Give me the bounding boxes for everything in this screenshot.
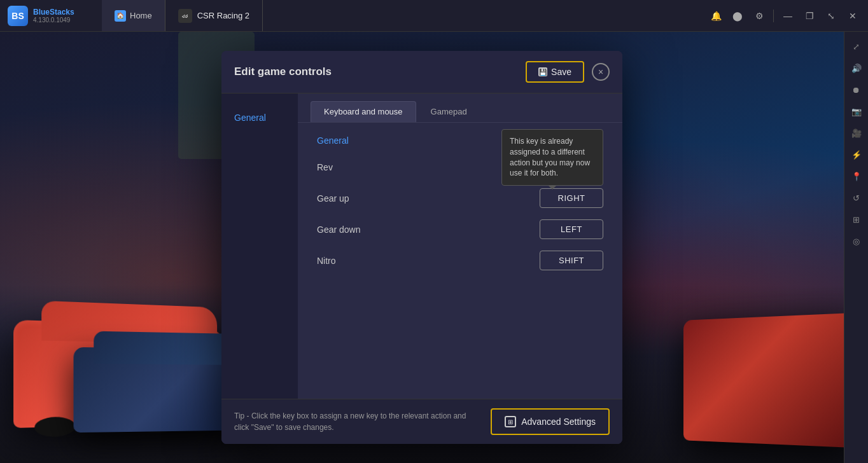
- control-row-nitro: Nitro SHIFT: [317, 251, 603, 270]
- sidebar-camera-button[interactable]: 📷: [847, 102, 866, 121]
- control-label-nitro: Nitro: [317, 256, 336, 266]
- dialog-title: Edit game controls: [234, 66, 332, 78]
- logo-icon: BS: [8, 6, 28, 26]
- game-icon: 🏎: [178, 9, 192, 23]
- sidebar-macro-button[interactable]: ⚡: [847, 145, 866, 164]
- tab-keyboard-mouse[interactable]: Keyboard and mouse: [311, 101, 416, 122]
- topbar-divider: [773, 10, 774, 22]
- control-row-gear-up: Gear up RIGHT: [317, 188, 603, 208]
- dialog-overlay: Edit game controls 💾 Save × General Keyb…: [0, 32, 844, 463]
- close-dialog-button[interactable]: ×: [592, 63, 610, 81]
- right-sidebar: ⤢ 🔊 ⏺ 📷 🎥 ⚡ 📍 ↺ ⊞ ◎: [844, 32, 868, 463]
- dialog-footer: Tip - Click the key box to assign a new …: [221, 399, 622, 444]
- sidebar-expand-button[interactable]: ⤢: [847, 37, 866, 56]
- dialog-header: Edit game controls 💾 Save ×: [221, 51, 622, 93]
- circle-button[interactable]: ⬤: [727, 6, 748, 26]
- home-icon: 🏠: [115, 10, 126, 22]
- advanced-settings-button[interactable]: ⊞ Advanced Settings: [491, 408, 610, 435]
- tab-game[interactable]: 🏎 CSR Racing 2: [165, 0, 263, 31]
- save-label: Save: [551, 67, 571, 77]
- sidebar-location-button[interactable]: 📍: [847, 167, 866, 186]
- settings-button[interactable]: ⚙: [749, 6, 769, 26]
- dialog-header-actions: 💾 Save ×: [526, 61, 610, 83]
- dialog-content: Keyboard and mouse Gamepad This key is a…: [298, 93, 622, 399]
- sidebar-refresh-button[interactable]: ↺: [847, 188, 866, 207]
- sidebar-target-button[interactable]: ◎: [847, 232, 866, 251]
- sidebar-record-button[interactable]: ⏺: [847, 80, 866, 99]
- sidebar-video-button[interactable]: 🎥: [847, 123, 866, 142]
- advanced-settings-label: Advanced Settings: [521, 417, 596, 427]
- logo-area: BS BlueStacks 4.130.0.1049: [0, 6, 102, 26]
- topbar-actions: 🔔 ⬤ ⚙ — ❐ ⤡ ✕: [701, 6, 868, 26]
- tooltip-box: This key is already assigned to a differ…: [501, 129, 603, 186]
- dialog-sidebar: General: [221, 93, 298, 399]
- sidebar-volume-button[interactable]: 🔊: [847, 59, 866, 78]
- restore-button[interactable]: ❐: [799, 6, 820, 26]
- tab-home[interactable]: 🏠 Home: [102, 0, 165, 31]
- advanced-settings-icon: ⊞: [505, 416, 516, 427]
- logo-name: BlueStacks: [33, 8, 74, 17]
- notification-button[interactable]: 🔔: [706, 6, 726, 26]
- tab-bar: Keyboard and mouse Gamepad: [298, 93, 622, 123]
- logo-text-block: BlueStacks 4.130.0.1049: [33, 8, 74, 24]
- sidebar-stack-button[interactable]: ⊞: [847, 210, 866, 229]
- topbar: BS BlueStacks 4.130.0.1049 🏠 Home 🏎 CSR …: [0, 0, 868, 32]
- key-badge-gear-up[interactable]: RIGHT: [540, 188, 603, 208]
- control-label-rev: Rev: [317, 162, 333, 172]
- close-topbar-button[interactable]: ✕: [843, 6, 863, 26]
- tip-text: Tip - Click the key box to assign a new …: [234, 410, 476, 433]
- tab-gamepad[interactable]: Gamepad: [417, 101, 480, 122]
- save-icon: 💾: [538, 67, 547, 76]
- maximize-button[interactable]: ⤡: [821, 6, 841, 26]
- minimize-button[interactable]: —: [778, 6, 798, 26]
- sidebar-item-general[interactable]: General: [221, 106, 298, 129]
- tab-home-label: Home: [130, 11, 152, 20]
- dialog-body: General Keyboard and mouse Gamepad This …: [221, 93, 622, 399]
- save-button[interactable]: 💾 Save: [526, 61, 584, 83]
- logo-version: 4.130.0.1049: [33, 17, 74, 24]
- control-label-gear-down: Gear down: [317, 225, 360, 235]
- key-badge-nitro[interactable]: SHIFT: [540, 251, 603, 270]
- controls-area: This key is already assigned to a differ…: [298, 123, 622, 294]
- control-label-gear-up: Gear up: [317, 193, 349, 204]
- tab-game-label: CSR Racing 2: [197, 11, 249, 20]
- control-row-gear-down: Gear down LEFT: [317, 219, 603, 239]
- edit-controls-dialog: Edit game controls 💾 Save × General Keyb…: [221, 51, 622, 444]
- tooltip-text: This key is already assigned to a differ…: [510, 137, 590, 177]
- key-badge-gear-down[interactable]: LEFT: [540, 219, 603, 239]
